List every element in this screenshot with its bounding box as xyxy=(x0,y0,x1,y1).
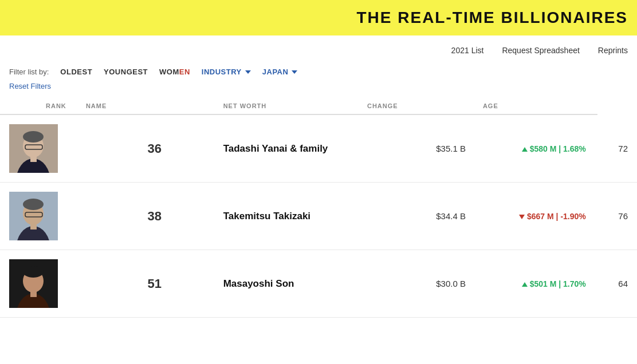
cell-age: 64 xyxy=(597,250,637,318)
svg-point-16 xyxy=(23,266,44,278)
filter-bar: Filter list by: OLDEST YOUNGEST WOMEN IN… xyxy=(0,61,637,81)
filter-label: Filter list by: xyxy=(9,68,49,76)
reset-filters-link[interactable]: Reset Filters xyxy=(9,82,51,90)
nav-2021-list[interactable]: 2021 List xyxy=(451,46,484,55)
arrow-up-icon xyxy=(522,147,528,152)
filter-youngest[interactable]: YOUNGEST xyxy=(104,68,148,76)
cell-networth: $34.4 B xyxy=(367,183,483,250)
cell-rank: 36 xyxy=(86,114,223,183)
col-header-networth: NET WORTH xyxy=(223,98,367,114)
table-row[interactable]: 38Takemitsu Takizaki$34.4 B$667 M | -1.9… xyxy=(0,183,637,250)
billionaires-table: RANK NAME NET WORTH CHANGE AGE 36Tadashi… xyxy=(0,98,637,318)
nav-reprints[interactable]: Reprints xyxy=(598,46,628,55)
filter-industry-label: INDUSTRY xyxy=(202,68,242,76)
cell-name[interactable]: Masayoshi Son xyxy=(223,250,367,318)
change-value: $580 M | 1.68% xyxy=(530,144,586,153)
filter-women-highlight: EN xyxy=(179,68,190,76)
filter-oldest[interactable]: OLDEST xyxy=(60,68,92,76)
header-banner: THE REAL-TIME BILLIONAIRES xyxy=(0,0,637,35)
cell-photo xyxy=(0,114,86,183)
cell-rank: 51 xyxy=(86,250,223,318)
col-header-age: AGE xyxy=(483,98,597,114)
col-header-change: CHANGE xyxy=(367,98,483,114)
change-value: $667 M | -1.90% xyxy=(527,212,586,221)
cell-change: $501 M | 1.70% xyxy=(483,250,597,318)
table-row[interactable]: 51Masayoshi Son$30.0 B$501 M | 1.70%64 xyxy=(0,250,637,318)
col-header-rank: RANK xyxy=(0,98,86,114)
cell-name[interactable]: Tadashi Yanai & family xyxy=(223,114,367,183)
top-nav: 2021 List Request Spreadsheet Reprints xyxy=(0,35,637,61)
arrow-up-icon xyxy=(522,282,528,287)
cell-rank: 38 xyxy=(86,183,223,250)
page-title: THE REAL-TIME BILLIONAIRES xyxy=(356,9,628,27)
reset-filters-container: Reset Filters xyxy=(0,81,637,98)
cell-photo xyxy=(0,250,86,318)
col-header-name: NAME xyxy=(86,98,223,114)
cell-networth: $30.0 B xyxy=(367,250,483,318)
svg-point-10 xyxy=(23,199,44,210)
filter-region-label: JAPAN xyxy=(262,68,289,76)
filter-women[interactable]: WOMEN xyxy=(159,68,190,76)
arrow-down-icon xyxy=(519,215,525,219)
table-row[interactable]: 36Tadashi Yanai & family$35.1 B$580 M | … xyxy=(0,114,637,183)
nav-request-spreadsheet[interactable]: Request Spreadsheet xyxy=(502,46,579,55)
cell-change: $667 M | -1.90% xyxy=(483,183,597,250)
region-chevron-icon xyxy=(292,70,297,74)
industry-chevron-icon xyxy=(245,70,251,74)
cell-age: 72 xyxy=(597,114,637,183)
table-header: RANK NAME NET WORTH CHANGE AGE xyxy=(0,98,637,114)
filter-industry[interactable]: INDUSTRY xyxy=(202,68,251,76)
filter-region[interactable]: JAPAN xyxy=(262,68,298,76)
cell-name[interactable]: Takemitsu Takizaki xyxy=(223,183,367,250)
cell-age: 76 xyxy=(597,183,637,250)
svg-point-4 xyxy=(23,131,44,143)
change-value: $501 M | 1.70% xyxy=(530,279,586,288)
cell-networth: $35.1 B xyxy=(367,114,483,183)
cell-photo xyxy=(0,183,86,250)
filter-women-prefix: WOM xyxy=(159,68,179,76)
cell-change: $580 M | 1.68% xyxy=(483,114,597,183)
